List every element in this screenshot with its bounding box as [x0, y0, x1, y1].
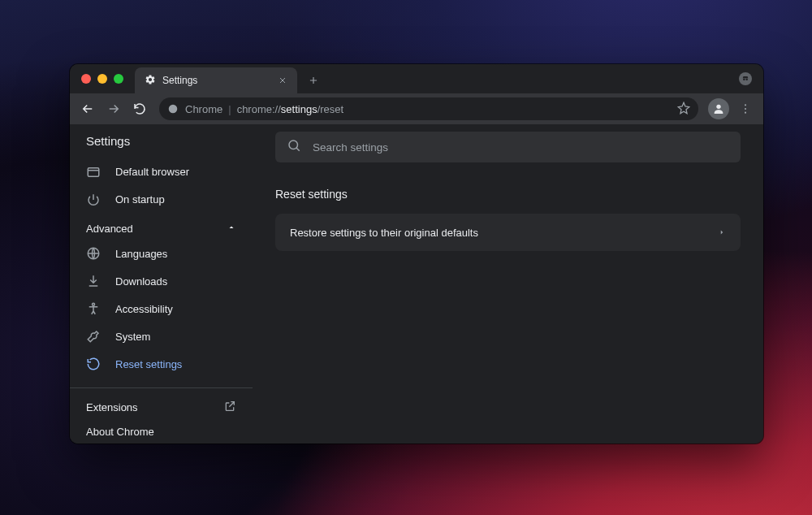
sidebar-item-extensions[interactable]: Extensions [70, 395, 253, 419]
search-settings-input[interactable] [313, 141, 729, 154]
reload-button[interactable] [128, 97, 151, 120]
section-title: Reset settings [275, 188, 741, 201]
sidebar-item-label: On startup [115, 193, 165, 206]
sidebar-item-label: Languages [115, 248, 167, 260]
forward-button[interactable] [102, 97, 125, 120]
power-icon [86, 193, 101, 207]
wrench-icon [86, 329, 101, 344]
search-icon [287, 138, 301, 156]
minimize-window-button[interactable] [97, 74, 107, 84]
settings-sidebar: Settings Default browser On startup [70, 124, 253, 444]
sidebar-item-reset-settings[interactable]: Reset settings [70, 350, 253, 378]
svg-point-9 [93, 304, 95, 306]
restore-defaults-row[interactable]: Restore settings to their original defau… [275, 214, 741, 251]
close-tab-button[interactable] [276, 74, 289, 87]
sidebar-item-label: Accessibility [115, 303, 173, 315]
sidebar-top-section: Default browser On startup [70, 158, 253, 217]
sidebar-item-accessibility[interactable]: Accessibility [70, 295, 253, 322]
settings-main: Reset settings Restore settings to their… [253, 124, 763, 444]
search-settings-box[interactable] [275, 132, 741, 162]
svg-point-6 [745, 112, 746, 114]
restore-icon [86, 357, 101, 371]
external-link-icon [223, 400, 236, 415]
sidebar-item-label: Downloads [115, 275, 167, 288]
sidebar-item-downloads[interactable]: Downloads [70, 267, 253, 295]
profile-avatar-button[interactable] [708, 98, 729, 119]
sidebar-item-label: Extensions [86, 401, 138, 413]
back-button[interactable] [76, 97, 99, 120]
new-tab-button[interactable] [302, 69, 325, 92]
svg-point-4 [745, 104, 746, 106]
sidebar-item-system[interactable]: System [70, 322, 253, 350]
accessibility-icon [86, 301, 101, 316]
browser-menu-button[interactable] [734, 97, 757, 120]
close-window-button[interactable] [81, 74, 91, 84]
site-info-icon[interactable] [167, 103, 179, 115]
sidebar-item-label: Reset settings [115, 358, 182, 370]
download-icon [86, 274, 101, 288]
sidebar-item-on-startup[interactable]: On startup [70, 186, 253, 214]
svg-point-3 [716, 105, 720, 109]
fullscreen-window-button[interactable] [114, 74, 123, 84]
window-controls [78, 64, 130, 93]
globe-icon [86, 246, 101, 261]
sidebar-item-about-chrome[interactable]: About Chrome [70, 419, 253, 444]
settings-header: Settings [70, 124, 253, 158]
advanced-label: Advanced [86, 223, 133, 235]
search-row [275, 124, 741, 170]
settings-row-label: Restore settings to their original defau… [290, 227, 478, 239]
browser-icon [86, 165, 101, 180]
settings-content: Settings Default browser On startup [70, 124, 763, 444]
url-text: Chrome | chrome:// settings /reset [185, 103, 671, 115]
sidebar-item-label: About Chrome [86, 426, 154, 438]
svg-point-1 [745, 79, 748, 81]
gear-icon [145, 74, 156, 88]
chevron-up-icon [227, 223, 236, 235]
svg-point-10 [289, 141, 298, 149]
sidebar-item-label: Default browser [115, 166, 189, 178]
tab-title: Settings [162, 75, 270, 86]
sidebar-advanced-section: Languages Downloads Accessibility [70, 240, 253, 381]
svg-point-0 [743, 79, 745, 81]
incognito-indicator-icon[interactable] [739, 72, 752, 85]
sidebar-item-languages[interactable]: Languages [70, 240, 253, 267]
browser-toolbar: Chrome | chrome:// settings /reset [70, 93, 763, 124]
sidebar-advanced-toggle[interactable]: Advanced [70, 217, 253, 240]
address-bar[interactable]: Chrome | chrome:// settings /reset [159, 97, 698, 120]
tab-strip: Settings [70, 64, 763, 93]
svg-point-2 [169, 105, 178, 114]
bookmark-star-icon[interactable] [677, 102, 690, 117]
chrome-window: Settings Chrome | [70, 64, 763, 444]
sidebar-divider [70, 387, 253, 388]
sidebar-item-label: System [115, 331, 150, 343]
svg-point-5 [745, 108, 746, 110]
chevron-right-icon [718, 227, 726, 239]
svg-rect-7 [88, 168, 99, 177]
browser-tab[interactable]: Settings [135, 67, 297, 93]
page-title: Settings [86, 134, 130, 148]
sidebar-item-default-browser[interactable]: Default browser [70, 158, 253, 186]
